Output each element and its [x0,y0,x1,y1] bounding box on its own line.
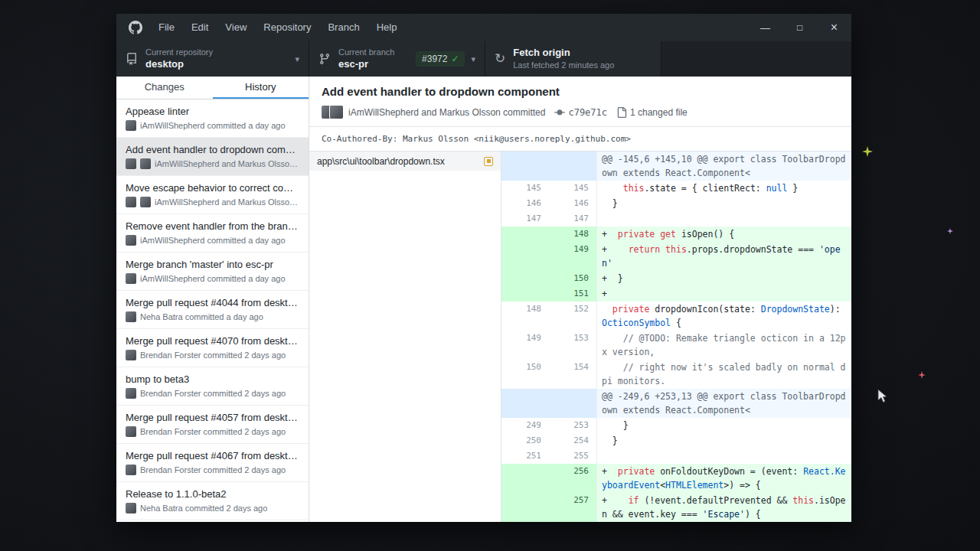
diff-new-line-number: 253 [549,418,596,433]
diff-new-line-number [549,152,596,181]
commit-list-item[interactable]: Merge branch 'master' into esc-priAmWill… [116,253,309,291]
diff-new-line-number: 148 [549,227,596,242]
commit-history-list: Appease linteriAmWillShepherd committed … [116,99,309,522]
commit-list-item[interactable]: Add event handler to dropdown compon...i… [116,138,309,176]
diff-area: app\src\ui\toolbar\dropdown.tsx @@ -145,… [309,152,851,522]
commit-header: Add event handler to dropdown component … [309,77,851,127]
commit-list-item[interactable]: Merge pull request #4044 from desktop/..… [116,291,309,329]
commit-meta: iAmWillShepherd and Markus Olsson co... [126,158,299,169]
close-button[interactable]: × [817,14,851,41]
diff-code-text: private dropdownIcon(state: DropdownStat… [596,302,851,331]
commit-title: Remove event handler from the branches..… [126,220,299,232]
diff-line-hunk: @@ -145,6 +145,10 @@ export class Toolba… [501,152,851,181]
commit-title: Add event handler to dropdown compon... [126,144,299,155]
menu-help[interactable]: Help [368,14,406,41]
diff-new-line-number: 154 [549,360,596,389]
diff-new-line-number: 152 [549,302,596,331]
commit-meta-text: iAmWillShepherd committed a day ago [140,236,286,245]
check-icon: ✓ [451,54,459,64]
repository-selector[interactable]: Current repository desktop ▾ [116,41,309,77]
commit-list-item[interactable]: Appease linteriAmWillShepherd committed … [116,99,309,138]
commit-meta-text: Neha Batra committed 2 days ago [140,504,267,513]
menu-view[interactable]: View [217,14,255,41]
diff-line-context: 148152 private dropdownIcon(state: Dropd… [501,302,851,331]
diff-code-text: + return this.props.dropdownState === 'o… [596,242,851,271]
commit-meta-text: Brendan Forster committed 2 days ago [140,465,286,474]
branch-name: esc-pr [338,58,416,71]
github-logo-icon [129,21,142,34]
fetch-subtitle: Last fetched 2 minutes ago [513,60,652,70]
commit-sha: c79e71c [568,107,607,118]
diff-line-added: 151+ [501,286,851,302]
commit-list-item[interactable]: Merge pull request #4057 from desktop/..… [116,406,309,444]
diff-line-context: 250254 } [501,433,851,448]
commit-meta-text: iAmWillShepherd and Markus Olsson co... [155,159,299,168]
commit-title: Merge pull request #4057 from desktop/..… [126,412,299,423]
commit-title: Release to 1.1.0-beta2 [126,488,299,500]
diff-code-text [596,211,851,227]
diff-old-line-number: 146 [501,196,549,211]
diff-old-line-number: 250 [501,433,549,448]
diff-line-context: 251255 [501,448,851,464]
commit-list-item[interactable]: Release to 1.1.0-beta2Neha Batra committ… [116,482,309,520]
diff-code-text: + private get isOpen() { [596,227,851,242]
commit-title: bump to beta3 [126,373,299,385]
commit-meta: Neha Batra committed a day ago [126,311,299,322]
diff-code-text: + private onFoldoutKeyDown = (event: Rea… [596,464,851,493]
commit-list-item[interactable]: bump to beta3Brendan Forster committed 2… [116,367,309,406]
avatar [126,388,136,399]
changed-file-item[interactable]: app\src\ui\toolbar\dropdown.tsx [309,152,501,171]
diff-new-line-number: 150 [549,271,596,286]
menu-file[interactable]: File [150,14,183,41]
commit-list-item[interactable]: Merge pull request #4070 from desktop/..… [116,329,309,367]
branch-selector[interactable]: Current branch esc-pr #3972 ✓ ▾ [309,41,485,77]
maximize-button[interactable]: □ [782,14,817,41]
commit-meta-text: Neha Batra committed a day ago [140,312,263,321]
repository-text: Current repository desktop [145,47,289,70]
diff-new-line-number: 149 [549,242,596,271]
tab-changes[interactable]: Changes [116,77,213,99]
diff-old-line-number: 251 [501,448,549,464]
diff-old-line-number [501,286,549,302]
tab-history[interactable]: History [213,77,309,99]
commit-meta-text: iAmWillShepherd committed a day ago [140,274,286,283]
menu-edit[interactable]: Edit [183,14,217,41]
sidebar: Changes History Appease linteriAmWillShe… [116,77,309,522]
avatar [126,235,136,246]
sparkle-decoration [947,228,953,234]
commit-list-item[interactable]: Remove event handler from the branches..… [116,214,309,253]
commit-sha-group: c79e71c [554,107,607,118]
menu-branch[interactable]: Branch [319,14,368,41]
diff-code-text: this.state = { clientRect: null } [596,181,851,196]
fetch-origin-button[interactable]: ↻ Fetch origin Last fetched 2 minutes ag… [485,41,662,77]
diff-line-added: 257+ if (!event.defaultPrevented && this… [501,493,851,522]
diff-new-line-number: 256 [549,464,596,493]
commit-list-item[interactable]: Merge pull request #4067 from desktop/..… [116,444,309,482]
diff-view[interactable]: @@ -145,6 +145,10 @@ export class Toolba… [501,152,851,522]
diff-new-line-number: 151 [549,286,596,302]
chevron-down-icon: ▾ [471,54,475,64]
diff-line-context: 149153 // @TODO: Remake triangle octicon… [501,331,851,360]
pr-status-badge[interactable]: #3972 ✓ [416,51,465,67]
diff-old-line-number [501,152,549,181]
menu-repository[interactable]: Repository [255,14,319,41]
commit-title: Merge pull request #4070 from desktop/..… [126,335,299,347]
minimize-button[interactable]: — [748,14,782,41]
diff-code-text: + } [596,271,851,286]
diff-old-line-number [501,227,549,242]
commit-title: Move escape behavior to correct compo... [126,182,299,194]
diff-line-context: 147147 [501,211,851,227]
diff-old-line-number: 150 [501,360,549,389]
chevron-down-icon: ▾ [295,54,299,64]
github-desktop-window: File Edit View Repository Branch Help — … [116,14,851,522]
avatar [126,120,136,131]
diff-line-added: 148+ private get isOpen() { [501,227,851,242]
avatar [140,158,151,169]
commit-meta: Brendan Forster committed 2 days ago [126,350,299,360]
avatar [126,158,136,169]
avatar [126,311,136,322]
commit-list-item[interactable]: Move escape behavior to correct compo...… [116,176,309,214]
sync-icon: ↻ [495,52,505,65]
diff-old-line-number [501,493,549,522]
avatar [126,465,136,475]
